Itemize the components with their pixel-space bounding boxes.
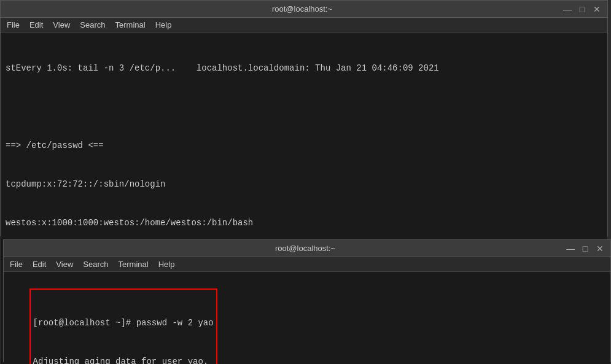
top-terminal-window[interactable]: root@localhost:~ — □ ✕ File Edit View Se… <box>0 0 608 236</box>
menu-terminal-top[interactable]: Terminal <box>115 20 146 29</box>
menu-help-bottom[interactable]: Help <box>158 260 175 269</box>
close-button-bottom[interactable]: ✕ <box>594 244 605 254</box>
bottom-menu-bar: File Edit View Search Terminal Help <box>4 257 610 272</box>
cmd-line-2: Adjusting aging data for user yao. <box>33 355 214 364</box>
minimize-button[interactable]: — <box>562 4 573 14</box>
menu-file-top[interactable]: File <box>7 20 20 29</box>
top-title-bar: root@localhost:~ — □ ✕ <box>1 1 607 18</box>
passwd-header: ==> /etc/passwd <== <box>6 139 602 152</box>
maximize-button-bottom[interactable]: □ <box>580 244 591 254</box>
menu-help-top[interactable]: Help <box>155 20 172 29</box>
menu-search-bottom[interactable]: Search <box>83 260 108 269</box>
top-window-controls[interactable]: — □ ✕ <box>562 4 602 14</box>
close-button[interactable]: ✕ <box>591 4 602 14</box>
status-line: stEvery 1.0s: tail -n 3 /etc/p... localh… <box>6 62 602 75</box>
blank-line-1 <box>6 101 602 114</box>
bottom-terminal-content: [root@localhost ~]# passwd -w 2 yao Adju… <box>4 272 610 364</box>
bottom-window-controls[interactable]: — □ ✕ <box>565 244 605 254</box>
menu-terminal-bottom[interactable]: Terminal <box>119 260 149 269</box>
menu-search-top[interactable]: Search <box>80 20 105 29</box>
top-window-title: root@localhost:~ <box>42 4 562 14</box>
maximize-button[interactable]: □ <box>577 4 588 14</box>
bottom-terminal-window[interactable]: root@localhost:~ — □ ✕ File Edit View Se… <box>3 239 611 362</box>
passwd-line-2: westos:x:1000:1000:westos:/home/westos:/… <box>6 217 602 230</box>
command-block: [root@localhost ~]# passwd -w 2 yao Adju… <box>29 288 217 364</box>
menu-view-bottom[interactable]: View <box>56 260 73 269</box>
menu-view-top[interactable]: View <box>53 20 70 29</box>
bottom-window-title: root@localhost:~ <box>45 244 565 253</box>
menu-file-bottom[interactable]: File <box>10 260 23 269</box>
cmd-line-1: [root@localhost ~]# passwd -w 2 yao <box>33 317 214 330</box>
bottom-title-bar: root@localhost:~ — □ ✕ <box>4 240 610 257</box>
menu-edit-top[interactable]: Edit <box>29 20 43 29</box>
menu-edit-bottom[interactable]: Edit <box>33 260 46 269</box>
passwd-line-1: tcpdump:x:72:72::/:sbin/nologin <box>6 178 602 191</box>
top-menu-bar: File Edit View Search Terminal Help <box>1 18 607 33</box>
minimize-button-bottom[interactable]: — <box>565 244 576 254</box>
